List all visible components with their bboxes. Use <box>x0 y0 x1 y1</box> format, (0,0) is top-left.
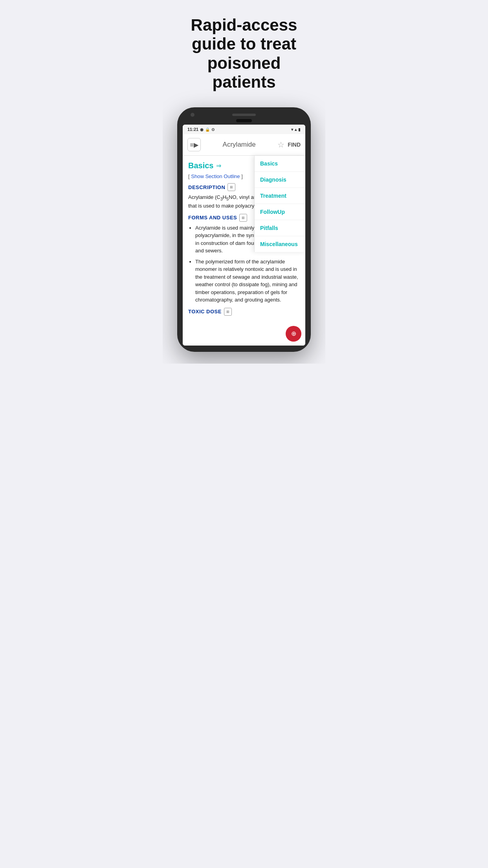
battery-icon: ▮ <box>298 127 301 132</box>
description-icon[interactable]: ⊞ <box>227 183 235 191</box>
phone-screen: 11:21 ◉ 🔒 ⊙ ▾ ▴ ▮ ≡▶ Acrylamide ☆ FIND <box>183 125 305 345</box>
fab-button[interactable]: ⊕ <box>286 326 301 342</box>
toxic-dose-icon[interactable]: ⊞ <box>224 308 232 316</box>
logo-icon: ≡▶ <box>190 141 198 149</box>
phone-earpiece <box>236 119 252 122</box>
nav-bar: ≡▶ Acrylamide ☆ FIND <box>183 134 305 156</box>
sidebar-item-followup[interactable]: FollowUp <box>255 204 305 220</box>
toxic-dose-title: TOXIC DOSE <box>188 309 222 314</box>
toxic-dose-section: TOXIC DOSE ⊞ <box>188 308 300 342</box>
sidebar-item-pitfalls[interactable]: Pitfalls <box>255 220 305 236</box>
status-bar: 11:21 ◉ 🔒 ⊙ ▾ ▴ ▮ <box>183 125 305 134</box>
basics-label[interactable]: Basics <box>188 161 214 170</box>
status-left: 11:21 ◉ 🔒 ⊙ <box>187 127 215 132</box>
find-button[interactable]: FIND <box>288 142 301 148</box>
forms-title: FORMS AND USES <box>188 215 237 221</box>
sidebar-item-diagnosis[interactable]: Diagnosis <box>255 172 305 188</box>
sidebar-item-miscellaneous[interactable]: Miscellaneous <box>255 236 305 252</box>
show-outline-link[interactable]: Show Section Outline <box>191 173 240 179</box>
description-title: DESCRIPTION <box>188 184 225 190</box>
sidebar-item-basics[interactable]: Basics <box>255 156 305 172</box>
phone-top-bar <box>183 114 305 116</box>
status-right: ▾ ▴ ▮ <box>291 127 301 132</box>
basics-arrow-icon: ⇒ <box>216 162 221 169</box>
signal-icon: ▴ <box>295 127 297 132</box>
forms-bullet-2: The polymerized form of the acrylamide m… <box>195 258 300 304</box>
app-logo[interactable]: ≡▶ <box>187 138 201 151</box>
sidebar-overlay: Basics Diagnosis Treatment FollowUp Pitf… <box>254 156 305 252</box>
toxic-dose-header: TOXIC DOSE ⊞ <box>188 308 300 316</box>
fab-icon: ⊕ <box>291 330 296 337</box>
status-time: 11:21 <box>187 127 198 132</box>
sidebar-item-treatment[interactable]: Treatment <box>255 188 305 204</box>
lock-icon: 🔒 <box>205 127 210 132</box>
phone-device: 11:21 ◉ 🔒 ⊙ ▾ ▴ ▮ ≡▶ Acrylamide ☆ FIND <box>177 107 311 351</box>
wifi-icon: ▾ <box>291 127 293 132</box>
phone-wrapper: 11:21 ◉ 🔒 ⊙ ▾ ▴ ▮ ≡▶ Acrylamide ☆ FIND <box>163 103 325 363</box>
content-area: Basics ⇒ [ Show Section Outline ] DESCRI… <box>183 156 305 345</box>
hero-section: Rapid-access guide to treat poisoned pat… <box>163 0 325 103</box>
forms-icon[interactable]: ⊞ <box>239 214 247 222</box>
phone-speaker <box>232 114 256 116</box>
nav-title: Acrylamide <box>204 141 274 149</box>
location-icon: ◉ <box>200 127 204 132</box>
phone-camera <box>191 113 194 117</box>
sync-icon: ⊙ <box>211 127 215 132</box>
outline-bracket-open: [ <box>188 173 190 179</box>
star-button[interactable]: ☆ <box>277 140 284 149</box>
outline-bracket-close: ] <box>241 173 243 179</box>
hero-title: Rapid-access guide to treat poisoned pat… <box>163 0 325 103</box>
